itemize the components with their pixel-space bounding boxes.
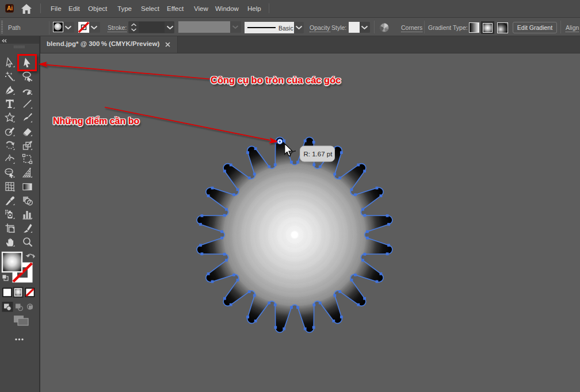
- svg-text:R: 1.67 pt: R: 1.67 pt: [304, 151, 333, 157]
